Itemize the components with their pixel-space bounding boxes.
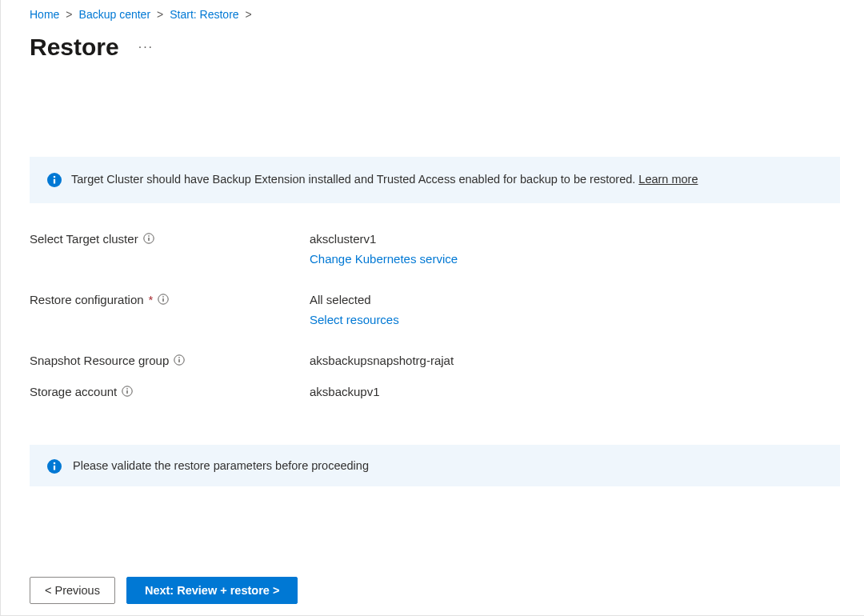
svg-rect-17 (54, 462, 55, 464)
info-icon (47, 173, 62, 187)
label-storage-account: Storage account (30, 385, 310, 398)
next-review-restore-button[interactable]: Next: Review + restore > (126, 577, 298, 604)
more-actions-button[interactable]: ··· (138, 40, 154, 54)
breadcrumb-backup-center[interactable]: Backup center (79, 8, 151, 21)
info-icon (47, 459, 62, 474)
value-snapshot-resource-group: aksbackupsnapshotrg-rajat (310, 354, 454, 367)
change-kubernetes-service-link[interactable]: Change Kubernetes service (310, 252, 458, 266)
info-icon[interactable] (143, 233, 154, 244)
svg-rect-5 (148, 236, 149, 237)
validate-banner-text: Please validate the restore parameters b… (73, 459, 369, 472)
info-banner-text: Target Cluster should have Backup Extens… (71, 171, 698, 189)
value-restore-configuration: All selected (310, 293, 399, 306)
value-storage-account: aksbackupv1 (310, 385, 380, 398)
svg-rect-1 (54, 179, 55, 184)
info-icon[interactable] (158, 294, 169, 305)
svg-rect-4 (148, 238, 149, 241)
wizard-footer: < Previous Next: Review + restore > (30, 577, 298, 604)
label-restore-configuration: Restore configuration * (30, 293, 310, 306)
breadcrumb: Home > Backup center > Start: Restore > (30, 8, 840, 21)
breadcrumb-home[interactable]: Home (30, 8, 59, 21)
svg-rect-8 (163, 297, 164, 298)
required-indicator: * (149, 293, 154, 306)
page-title: Restore (30, 34, 119, 61)
chevron-right-icon: > (246, 8, 252, 21)
svg-rect-11 (179, 358, 180, 358)
chevron-right-icon: > (66, 8, 72, 21)
label-snapshot-resource-group: Snapshot Resource group (30, 354, 310, 367)
select-resources-link[interactable]: Select resources (310, 313, 399, 326)
svg-rect-7 (163, 298, 164, 302)
label-target-cluster: Select Target cluster (30, 232, 310, 246)
svg-rect-16 (54, 466, 55, 470)
learn-more-link[interactable]: Learn more (638, 173, 698, 186)
info-icon[interactable] (174, 354, 185, 366)
svg-rect-10 (179, 359, 180, 362)
info-icon[interactable] (122, 386, 133, 397)
svg-rect-2 (54, 176, 55, 178)
svg-rect-14 (127, 389, 128, 390)
info-banner-extension: Target Cluster should have Backup Extens… (30, 157, 840, 203)
chevron-right-icon: > (157, 8, 163, 21)
previous-button[interactable]: < Previous (30, 577, 115, 604)
info-banner-validate: Please validate the restore parameters b… (30, 445, 840, 486)
svg-rect-13 (127, 390, 128, 394)
value-target-cluster: aksclusterv1 (310, 232, 458, 246)
breadcrumb-start-restore[interactable]: Start: Restore (170, 8, 238, 21)
